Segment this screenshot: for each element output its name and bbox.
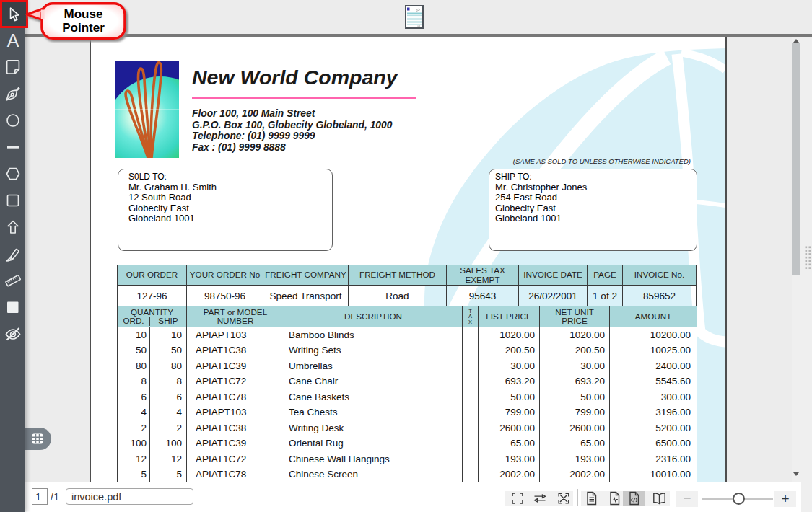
svg-text:A: A xyxy=(6,32,19,49)
